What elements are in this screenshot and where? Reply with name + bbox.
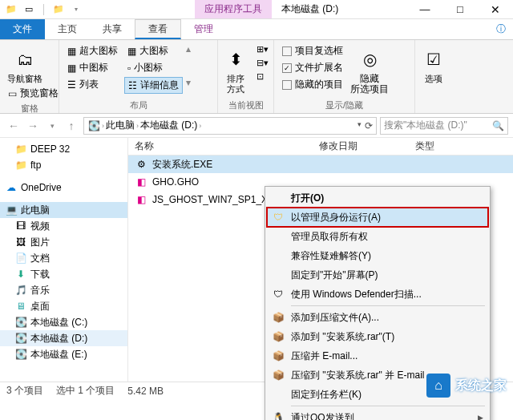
ctx-qq-send[interactable]: 🐧 通过QQ发送到 ▶ bbox=[267, 408, 488, 420]
folder-icon: 📁 bbox=[14, 143, 27, 155]
group-layout-label: 布局 bbox=[64, 98, 212, 113]
downloads-icon: ⬇ bbox=[14, 268, 27, 281]
ctx-defender[interactable]: 🛡 使用 Windows Defender扫描... bbox=[267, 285, 488, 304]
ctx-troubleshoot[interactable]: 兼容性疑难解答(Y) bbox=[267, 246, 488, 265]
current-opt1[interactable]: ⊞▾ bbox=[253, 43, 272, 55]
file-item[interactable]: ⚙ 安装系统.EXE bbox=[128, 155, 513, 173]
ctx-open[interactable]: 打开(O) bbox=[267, 188, 488, 208]
rar-icon: 📦 bbox=[272, 330, 285, 343]
ctx-add-archive[interactable]: 📦 添加到压缩文件(A)... bbox=[267, 308, 488, 327]
status-count: 3 个项目 bbox=[6, 384, 43, 398]
layout-list[interactable]: ☰列表 bbox=[64, 77, 121, 92]
desktop-icon: 🖥 bbox=[14, 300, 27, 313]
tree-documents[interactable]: 📄文档 bbox=[0, 250, 127, 266]
qat-dropdown-icon[interactable]: ▾ bbox=[70, 3, 83, 16]
tree-c[interactable]: 💽本地磁盘 (C:) bbox=[0, 314, 127, 330]
music-icon: 🎵 bbox=[14, 284, 27, 297]
up-button[interactable]: ↑ bbox=[63, 117, 80, 135]
tree-onedrive[interactable]: ☁OneDrive bbox=[0, 180, 127, 196]
layout-xlarge[interactable]: ▦超大图标 bbox=[64, 43, 121, 59]
ctx-runas-admin[interactable]: 🛡 以管理员身份运行(A) bbox=[267, 208, 488, 227]
col-type[interactable]: 类型 bbox=[409, 139, 442, 153]
onedrive-icon: ☁ bbox=[5, 181, 18, 194]
hide-icon: ◎ bbox=[357, 46, 382, 72]
maximize-button[interactable]: □ bbox=[442, 0, 478, 19]
close-button[interactable]: ✕ bbox=[478, 0, 513, 19]
ctx-add-rar[interactable]: 📦 添加到 "安装系统.rar"(T) bbox=[267, 327, 488, 346]
col-date[interactable]: 修改日期 bbox=[313, 139, 409, 153]
tab-share[interactable]: 共享 bbox=[90, 19, 135, 39]
tree-music[interactable]: 🎵音乐 bbox=[0, 282, 127, 298]
tree-downloads[interactable]: ⬇下载 bbox=[0, 266, 127, 282]
layout-details[interactable]: ☷详细信息 bbox=[124, 77, 183, 94]
pictures-icon: 🖼 bbox=[14, 236, 27, 248]
options-button[interactable]: ☑ 选项 bbox=[420, 43, 447, 84]
recent-dropdown[interactable]: ▾ bbox=[43, 117, 61, 135]
minimize-button[interactable]: — bbox=[407, 0, 442, 19]
crumb-thispc[interactable]: 此电脑 bbox=[106, 119, 135, 132]
videos-icon: 🎞 bbox=[14, 220, 27, 232]
addr-dropdown-icon[interactable]: ▾ bbox=[357, 120, 362, 131]
shield-icon: 🛡 bbox=[272, 211, 285, 224]
tree-deep32[interactable]: 📁DEEP 32 bbox=[0, 141, 127, 157]
pc-icon: 💻 bbox=[5, 204, 18, 216]
tab-manage[interactable]: 管理 bbox=[181, 19, 226, 39]
group-current-label: 当前视图 bbox=[223, 98, 269, 113]
preview-pane-button[interactable]: ▭预览窗格 bbox=[5, 86, 62, 101]
tree-pictures[interactable]: 🖼图片 bbox=[0, 234, 127, 250]
address-bar[interactable]: 💽 › 此电脑 › 本地磁盘 (D:) › ▾ ⟳ bbox=[83, 117, 377, 135]
refresh-icon[interactable]: ⟳ bbox=[365, 120, 373, 131]
current-opt2[interactable]: ⊟▾ bbox=[253, 57, 272, 69]
watermark-icon: ⌂ bbox=[426, 374, 450, 398]
back-button[interactable]: ← bbox=[5, 117, 22, 135]
current-opt3[interactable]: ⊡ bbox=[253, 71, 272, 83]
rar-icon: 📦 bbox=[272, 311, 285, 324]
window-title: 本地磁盘 (D:) bbox=[281, 2, 338, 16]
nav-pane-icon: 🗂 bbox=[12, 46, 38, 72]
qat-folder-icon[interactable]: 📁 bbox=[52, 3, 65, 16]
tab-view[interactable]: 查看 bbox=[135, 19, 181, 39]
sort-button[interactable]: ⬍ 排序方式 bbox=[223, 43, 248, 95]
tab-file[interactable]: 文件 bbox=[0, 19, 45, 39]
nav-pane-button[interactable]: 🗂 导航窗格 bbox=[5, 43, 45, 84]
nav-tree[interactable]: 📁DEEP 32 📁ftp ☁OneDrive 💻此电脑 🎞视频 🖼图片 📄文档… bbox=[0, 138, 128, 382]
sort-icon: ⬍ bbox=[223, 46, 248, 72]
status-size: 5.42 MB bbox=[127, 386, 164, 397]
chk-checkboxes[interactable]: 项目复选框 bbox=[279, 43, 346, 59]
tab-home[interactable]: 主页 bbox=[45, 19, 90, 39]
drive-icon: 💽 bbox=[14, 316, 27, 329]
contextual-tab: 应用程序工具 bbox=[195, 0, 272, 18]
submenu-arrow-icon: ▶ bbox=[478, 414, 483, 420]
layout-medium[interactable]: ▦中图标 bbox=[64, 60, 121, 75]
qat-props-icon[interactable]: ▭ bbox=[22, 3, 35, 16]
tree-ftp[interactable]: 📁ftp bbox=[0, 157, 127, 173]
ctx-email[interactable]: 📦 压缩并 E-mail... bbox=[267, 346, 488, 365]
app-icon: 📁 bbox=[5, 3, 18, 16]
hide-button[interactable]: ◎ 隐藏所选项目 bbox=[349, 43, 390, 95]
tree-videos[interactable]: 🎞视频 bbox=[0, 218, 127, 234]
tree-e[interactable]: 💽本地磁盘 (E:) bbox=[0, 346, 127, 362]
rar-icon: 📦 bbox=[272, 349, 285, 362]
crumb-drive[interactable]: 本地磁盘 (D:) bbox=[140, 119, 197, 132]
tree-desktop[interactable]: 🖥桌面 bbox=[0, 298, 127, 314]
chk-hidden[interactable]: 隐藏的项目 bbox=[279, 77, 346, 92]
qq-icon: 🐧 bbox=[272, 411, 285, 420]
tree-thispc[interactable]: 💻此电脑 bbox=[0, 202, 127, 218]
ctx-pin-start[interactable]: 固定到"开始"屏幕(P) bbox=[267, 265, 488, 285]
drive-icon: 💽 bbox=[87, 119, 100, 132]
ctx-admin-take[interactable]: 管理员取得所有权 bbox=[267, 227, 488, 246]
search-input[interactable]: 搜索"本地磁盘 (D:)" 🔍 bbox=[380, 117, 508, 135]
tree-d[interactable]: 💽本地磁盘 (D:) bbox=[0, 330, 127, 346]
layout-large[interactable]: ▦大图标 bbox=[124, 43, 183, 59]
defender-icon: 🛡 bbox=[272, 288, 285, 301]
layout-small[interactable]: ▫小图标 bbox=[124, 60, 183, 75]
ribbon-help-icon[interactable]: ⓘ bbox=[489, 19, 513, 39]
col-name[interactable]: 名称 bbox=[128, 139, 313, 153]
rar-icon: 📦 bbox=[272, 369, 285, 382]
documents-icon: 📄 bbox=[14, 252, 27, 265]
forward-button[interactable]: → bbox=[24, 117, 42, 135]
chk-extensions[interactable]: ✓文件扩展名 bbox=[279, 60, 346, 75]
drive-icon: 💽 bbox=[14, 332, 27, 345]
gho-icon: ◧ bbox=[135, 176, 147, 188]
drive-icon: 💽 bbox=[14, 348, 27, 361]
